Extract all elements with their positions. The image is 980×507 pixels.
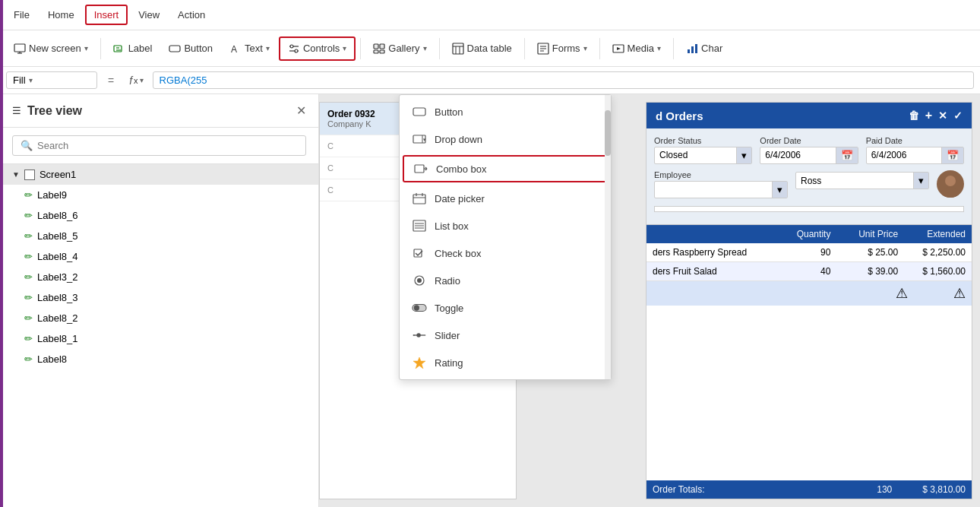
formula-input[interactable]: RGBA(255 xyxy=(153,71,974,89)
employee-group: Employee ▾ xyxy=(654,170,788,200)
media-icon xyxy=(612,43,624,55)
tree-item-label8_4[interactable]: ✏ Label8_4 xyxy=(0,246,318,267)
datatable-icon xyxy=(452,43,464,55)
dropdown-item-combobox[interactable]: Combo box xyxy=(403,155,608,182)
menu-insert[interactable]: Insert xyxy=(85,5,128,25)
tree-item-screen1[interactable]: ▼ Screen1 xyxy=(0,164,318,185)
label-icon: ✏ xyxy=(24,189,33,201)
row2-price: $ 39.00 xyxy=(836,262,904,280)
property-dropdown[interactable]: Fill ▾ xyxy=(6,71,97,89)
fx-button[interactable]: f x ▾ xyxy=(125,74,147,87)
gallery-button[interactable]: Gallery ▾ xyxy=(365,38,434,59)
order-status-group: Order Status Closed ▾ xyxy=(654,136,752,164)
total-qty: 130 xyxy=(877,484,892,495)
label-icon: ✏ xyxy=(24,312,33,324)
menu-home[interactable]: Home xyxy=(40,6,82,24)
svg-rect-14 xyxy=(374,50,378,53)
dropdown-item-datepicker[interactable]: Date picker xyxy=(400,185,611,212)
toggle-icon xyxy=(412,300,427,315)
forms-button[interactable]: Forms ▾ xyxy=(530,38,595,59)
row2-name: ders Fruit Salad xyxy=(646,262,770,280)
employee-label: Employee xyxy=(654,170,788,179)
menu-view[interactable]: View xyxy=(131,6,167,24)
employee-avatar-container xyxy=(937,170,964,200)
menu-file[interactable]: File xyxy=(6,6,37,24)
dropdown-item-slider[interactable]: Slider xyxy=(400,322,611,349)
svg-text:A: A xyxy=(231,44,237,55)
order-number: Order 0932 xyxy=(327,109,375,119)
radio-label: Radio xyxy=(435,275,460,287)
tree-item-label3_2[interactable]: ✏ Label3_2 xyxy=(0,267,318,287)
search-icon: 🔍 xyxy=(21,140,33,151)
media-button[interactable]: Media ▾ xyxy=(605,38,669,59)
close-order-icon[interactable]: ✕ xyxy=(938,109,947,122)
sep4 xyxy=(524,38,525,59)
dropdown-item-dropdown[interactable]: ▾ Drop down xyxy=(400,125,611,153)
dropdown-item-checkbox[interactable]: Check box xyxy=(400,239,611,267)
tree-item-label8_3[interactable]: ✏ Label8_3 xyxy=(0,287,318,308)
company-name: Company K xyxy=(327,119,375,128)
dropdown-item-radio[interactable]: Radio xyxy=(400,267,611,294)
dropdown-scrollbar-thumb xyxy=(605,110,611,156)
purple-accent xyxy=(0,0,3,507)
chart-button[interactable]: Char xyxy=(678,38,730,59)
table-row-2[interactable]: ders Fruit Salad 40 $ 39.00 $ 1,560.00 xyxy=(646,262,972,281)
hamburger-icon[interactable]: ☰ xyxy=(12,105,21,116)
dropdown-item-listbox[interactable]: List box xyxy=(400,212,611,239)
paid-date-group: Paid Date 6/4/2006 📅 xyxy=(866,136,964,164)
dropdown-scrollbar[interactable] xyxy=(605,95,611,379)
add-icon[interactable]: + xyxy=(925,109,932,122)
tree-item-label8_6[interactable]: ✏ Label8_6 xyxy=(0,205,318,226)
text-icon: A xyxy=(229,43,242,55)
dropdown-item-rating[interactable]: Rating xyxy=(400,349,611,376)
text-button[interactable]: A Text ▾ xyxy=(222,38,277,59)
col-header-name xyxy=(646,225,770,243)
tree-item-label8_1[interactable]: ✏ Label8_1 xyxy=(0,328,318,349)
orders-form: Order Status Closed ▾ Order Date 6/4/200… xyxy=(646,128,972,225)
tree-item-label: Label8_3 xyxy=(37,292,78,303)
order-status-arrow[interactable]: ▾ xyxy=(736,147,751,163)
checkbox-icon xyxy=(412,246,427,261)
screen-checkbox-icon xyxy=(24,170,35,180)
employee-name-arrow[interactable]: ▾ xyxy=(913,173,928,189)
main-layout: ☰ Tree view ✕ 🔍 ▼ Screen1 ✏ Label9 ✏ xyxy=(0,94,980,507)
tree-item-label8[interactable]: ✏ Label8 xyxy=(0,349,318,369)
row2-qty: 40 xyxy=(770,262,837,280)
listbox-label: List box xyxy=(435,220,469,232)
button-button[interactable]: Button xyxy=(161,38,220,59)
warning-row: ⚠ ⚠ xyxy=(646,281,972,306)
datatable-button[interactable]: Data table xyxy=(444,38,520,59)
search-box: 🔍 xyxy=(12,135,306,156)
warning-icon-2: ⚠ xyxy=(953,285,966,302)
search-input[interactable] xyxy=(37,140,298,151)
warning-icon-1: ⚠ xyxy=(896,285,908,302)
tree-item-label8_5[interactable]: ✏ Label8_5 xyxy=(0,226,318,246)
label-icon: ✏ xyxy=(24,251,33,262)
order-date-picker[interactable]: 📅 xyxy=(836,147,858,163)
close-icon[interactable]: ✕ xyxy=(296,103,306,118)
tree-item-label: Label3_2 xyxy=(37,271,78,283)
delete-icon[interactable]: 🗑 xyxy=(909,109,919,122)
dropdown-item-toggle[interactable]: Toggle xyxy=(400,294,611,322)
controls-button[interactable]: Controls ▾ xyxy=(279,36,356,61)
notes-input[interactable] xyxy=(654,206,964,212)
label-button[interactable]: Label xyxy=(106,38,160,59)
tree-item-label9[interactable]: ✏ Label9 xyxy=(0,185,318,205)
tree-item-label8_2[interactable]: ✏ Label8_2 xyxy=(0,308,318,328)
tree-item-label: Label8_2 xyxy=(37,312,78,324)
paid-date-picker[interactable]: 📅 xyxy=(941,147,963,163)
toolbar: New screen ▾ Label Button A Text ▾ Contr… xyxy=(0,30,980,67)
new-screen-button[interactable]: New screen ▾ xyxy=(6,38,96,59)
tree-item-label: Label8_1 xyxy=(37,333,78,344)
orders-actions: 🗑 + ✕ ✓ xyxy=(909,109,963,122)
confirm-icon[interactable]: ✓ xyxy=(953,109,963,122)
table-row-1[interactable]: ders Raspberry Spread 90 $ 25.00 $ 2,250… xyxy=(646,243,972,262)
menu-action[interactable]: Action xyxy=(170,6,213,24)
employee-arrow[interactable]: ▾ xyxy=(772,182,787,198)
dropdown-item-button[interactable]: Button xyxy=(400,98,611,125)
tree-item-label: Label9 xyxy=(37,189,67,201)
datepicker-icon xyxy=(412,191,427,206)
dropdown-dropdown-icon: ▾ xyxy=(412,132,427,147)
svg-rect-39 xyxy=(413,195,425,204)
collapse-icon[interactable]: ▼ xyxy=(12,170,20,179)
